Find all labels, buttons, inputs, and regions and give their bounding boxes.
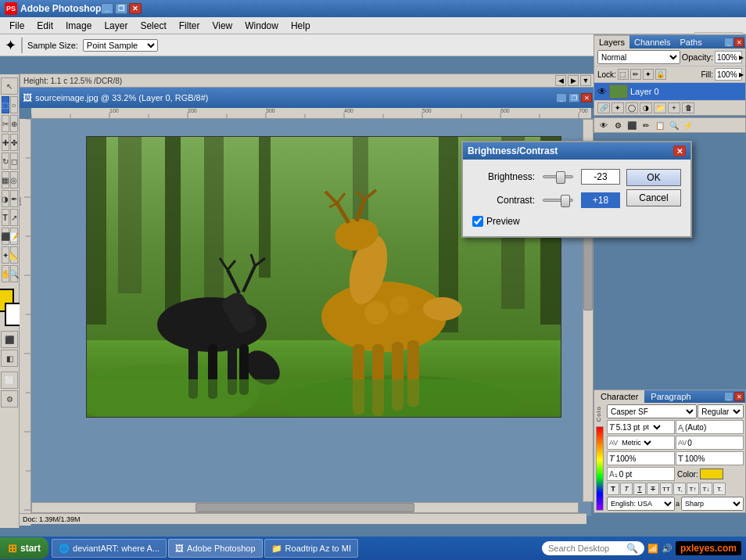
subscript-button[interactable]: T↓: [700, 483, 712, 495]
language-select[interactable]: English: USA: [607, 497, 675, 511]
lock-position-button[interactable]: ✦: [643, 69, 654, 80]
doc-restore-button[interactable]: ❐: [568, 93, 579, 102]
small-caps-button[interactable]: T,: [673, 483, 686, 495]
all-caps-button[interactable]: TT: [660, 483, 672, 495]
extra-tools-button[interactable]: ⚙: [1, 390, 18, 407]
strikethrough-button[interactable]: T: [647, 483, 659, 495]
font-style-select[interactable]: Regular: [698, 404, 744, 418]
layers-panel-close[interactable]: ✕: [734, 38, 744, 47]
tool-shape[interactable]: ⬛: [2, 228, 9, 245]
panel-action-3[interactable]: ⬛: [626, 120, 638, 131]
horizontal-scroll-thumb[interactable]: [195, 503, 414, 512]
antialiasing-select[interactable]: Sharp Crisp Strong Smooth: [681, 497, 744, 511]
tool-pen[interactable]: ✒: [10, 190, 18, 207]
ok-button[interactable]: OK: [626, 169, 681, 186]
scale-v-field[interactable]: T 100%: [607, 451, 675, 465]
dialog-close-button[interactable]: ✕: [673, 145, 686, 156]
scale-h-field[interactable]: T 100%: [676, 451, 744, 465]
opacity-arrow[interactable]: ▶: [739, 54, 744, 61]
kerning-select[interactable]: Metrics: [619, 438, 654, 447]
tab-layers[interactable]: Layers: [594, 35, 629, 48]
tab-channels[interactable]: Channels: [629, 36, 675, 48]
preview-checkbox[interactable]: [472, 216, 483, 227]
standard-mode-button[interactable]: ⬛: [1, 331, 18, 348]
blend-mode-select[interactable]: Normal Multiply Screen: [597, 50, 680, 64]
add-style-icon[interactable]: ✦: [612, 102, 624, 113]
layers-panel-minimize[interactable]: _: [724, 38, 733, 47]
tool-healing[interactable]: ✚: [2, 134, 9, 151]
text-color-swatch[interactable]: [700, 468, 723, 479]
lock-transparent-button[interactable]: ⬚: [618, 69, 629, 80]
tool-path-select[interactable]: ↗: [10, 209, 18, 226]
panel-action-7[interactable]: ⚡: [682, 120, 694, 131]
brightness-slider-thumb[interactable]: [556, 171, 565, 184]
font-size-unit[interactable]: pt: [640, 422, 663, 432]
italic-button[interactable]: T: [620, 483, 633, 495]
leading-field[interactable]: A̧ (Auto): [676, 420, 744, 434]
horizontal-scrollbar[interactable]: [31, 502, 579, 513]
doc-close-button[interactable]: ✕: [581, 93, 592, 102]
color-spectrum-strip[interactable]: [596, 426, 604, 511]
add-mask-icon[interactable]: ◯: [626, 102, 638, 113]
frac-button[interactable]: T.: [713, 483, 726, 495]
taskbar-item-photoshop[interactable]: 🖼 Adobe Photoshop: [168, 539, 262, 558]
menu-edit[interactable]: Edit: [30, 19, 59, 33]
panel-action-6[interactable]: 🔍: [668, 120, 680, 131]
doc-minimize-button[interactable]: _: [556, 93, 567, 102]
tool-eyedropper[interactable]: ✦: [2, 246, 9, 264]
tool-eraser[interactable]: ◻: [10, 153, 18, 170]
tool-marquee[interactable]: ⬚: [2, 96, 9, 113]
tool-clone[interactable]: ✤: [10, 134, 18, 151]
tool-zoom[interactable]: 🔍: [10, 265, 18, 282]
tool-dodge[interactable]: ◑: [2, 190, 9, 207]
tracking-field[interactable]: AV 0: [676, 436, 744, 450]
tool-hand[interactable]: ✋: [2, 265, 9, 282]
menu-filter[interactable]: Filter: [173, 19, 206, 33]
tool-crop[interactable]: ⊕: [10, 115, 18, 132]
menu-select[interactable]: Select: [134, 19, 172, 33]
taskbar-item-roadtrip[interactable]: 📁 Roadtrip Az to MI: [264, 539, 358, 558]
contrast-input[interactable]: +18: [581, 192, 620, 208]
panel-action-2[interactable]: ⚙: [612, 120, 624, 131]
panel-action-4[interactable]: ✏: [640, 120, 652, 131]
kerning-field[interactable]: AV Metrics: [607, 436, 675, 450]
new-group-icon[interactable]: 📁: [654, 102, 666, 113]
ps-minimize-button[interactable]: _: [101, 3, 113, 14]
lock-all-button[interactable]: 🔒: [655, 69, 666, 80]
start-button[interactable]: ⊞ start: [0, 537, 48, 559]
panel-action-5[interactable]: 📋: [654, 120, 666, 131]
layer-eye-icon[interactable]: 👁: [597, 86, 607, 97]
layer-row-0[interactable]: 👁 Layer 0: [594, 83, 745, 100]
cancel-button[interactable]: Cancel: [626, 189, 681, 206]
tool-type[interactable]: T: [2, 209, 9, 226]
screen-modes-button[interactable]: ⬜: [1, 372, 18, 389]
menu-image[interactable]: Image: [59, 19, 98, 33]
tool-gradient[interactable]: ▦: [2, 171, 9, 188]
eyedropper-tool-icon[interactable]: ✦: [5, 37, 16, 54]
superscript-button[interactable]: T↑: [687, 483, 699, 495]
tool-lasso[interactable]: ○: [10, 96, 18, 113]
taskbar-item-deviantart[interactable]: 🌐 deviantART: where A...: [52, 539, 167, 558]
fill-arrow[interactable]: ▶: [739, 71, 744, 78]
font-size-field[interactable]: T 5.13 pt pt: [607, 420, 675, 434]
menu-help[interactable]: Help: [285, 19, 317, 33]
tool-measure[interactable]: 📐: [10, 246, 18, 264]
menu-layer[interactable]: Layer: [98, 19, 134, 33]
link-layers-icon[interactable]: 🔗: [597, 102, 610, 113]
menu-window[interactable]: Window: [239, 19, 285, 33]
adjustment-layer-icon[interactable]: ◑: [640, 102, 652, 113]
opacity-input[interactable]: 100% ▶: [715, 51, 742, 63]
brightness-input[interactable]: -23: [581, 169, 620, 185]
baseline-field[interactable]: A₁ 0 pt: [607, 467, 675, 481]
bold-button[interactable]: T: [607, 483, 619, 495]
panel-action-1[interactable]: 👁: [597, 120, 610, 131]
char-panel-minimize[interactable]: _: [724, 392, 733, 401]
lock-image-button[interactable]: ✏: [630, 69, 641, 80]
doc-scroll-right[interactable]: ▶: [568, 75, 579, 86]
tab-paths[interactable]: Paths: [676, 36, 707, 48]
tool-blur[interactable]: ◎: [10, 171, 18, 188]
doc-collapse-button[interactable]: ▼: [580, 75, 591, 86]
tab-paragraph[interactable]: Paragraph: [644, 390, 697, 403]
ps-close-button[interactable]: ✕: [129, 3, 142, 14]
ps-restore-button[interactable]: ❐: [115, 3, 127, 14]
